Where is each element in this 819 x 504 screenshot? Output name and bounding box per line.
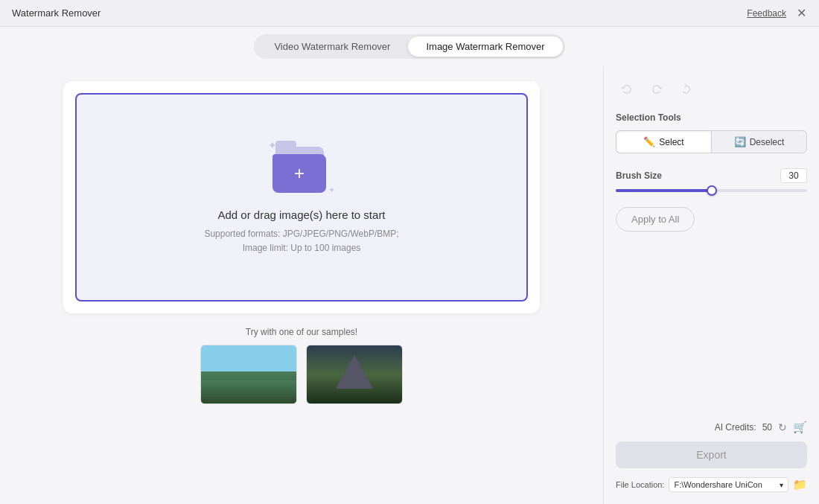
left-panel: + ✦ ✦ Add or drag image(s) here to start… [0, 66, 603, 504]
title-bar-actions: Feedback ✕ [747, 7, 807, 19]
toolbar-row [616, 78, 807, 101]
deselect-button[interactable]: 🔄 Deselect [711, 130, 807, 153]
export-button[interactable]: Export [616, 441, 807, 468]
brush-slider-thumb[interactable] [707, 185, 717, 196]
folder-front: + [273, 154, 326, 193]
samples-title: Try with one of our samples! [63, 327, 540, 337]
tab-bar: Video Watermark Remover Image Watermark … [0, 27, 819, 66]
right-panel: Selection Tools ✏️ Select 🔄 Deselect Bru… [603, 66, 819, 504]
chevron-down-icon: ▾ [780, 481, 783, 489]
brush-size-row: Brush Size 30 [616, 168, 807, 183]
ai-credits-value: 50 [762, 422, 772, 433]
selection-tools-row: ✏️ Select 🔄 Deselect [616, 130, 807, 153]
selection-tools-label: Selection Tools [616, 112, 807, 123]
app-title: Watermark Remover [12, 7, 101, 19]
close-button[interactable]: ✕ [795, 7, 807, 19]
tab-container: Video Watermark Remover Image Watermark … [254, 34, 564, 59]
drop-zone-subtitle: Supported formats: JPG/JPEG/PNG/WebP/BMP… [204, 227, 398, 255]
samples-row [63, 345, 540, 404]
main-content: + ✦ ✦ Add or drag image(s) here to start… [0, 66, 819, 504]
bottom-section: AI Credits: 50 ↻ 🛒 Export File Location:… [616, 421, 807, 492]
file-location-select[interactable]: F:\Wondershare UniCon ▾ [669, 477, 788, 492]
eraser-icon: 🔄 [734, 136, 746, 147]
ai-credits-row: AI Credits: 50 ↻ 🛒 [616, 421, 807, 434]
drop-zone[interactable]: + ✦ ✦ Add or drag image(s) here to start… [75, 93, 528, 302]
brush-size-value: 30 [780, 168, 807, 183]
brush-icon: ✏️ [643, 136, 655, 147]
samples-section: Try with one of our samples! [63, 327, 540, 404]
sample-image-1[interactable] [200, 345, 297, 404]
refresh-icon[interactable]: ↻ [778, 421, 787, 433]
file-location-path: F:\Wondershare UniCon [674, 480, 762, 489]
drop-zone-wrapper: + ✦ ✦ Add or drag image(s) here to start… [63, 81, 540, 313]
apply-to-all-button[interactable]: Apply to All [616, 207, 695, 232]
sample-image-2[interactable] [306, 345, 403, 404]
sparkle-icon-br: ✦ [328, 185, 335, 195]
folder-open-icon[interactable]: 📁 [793, 478, 807, 491]
cart-icon[interactable]: 🛒 [793, 421, 807, 434]
folder-plus-icon: + [294, 165, 305, 182]
file-location-label: File Location: [616, 480, 664, 489]
feedback-link[interactable]: Feedback [747, 8, 786, 19]
ai-credits-label: AI Credits: [715, 422, 756, 433]
tab-image[interactable]: Image Watermark Remover [408, 36, 562, 57]
redo-button[interactable] [646, 78, 668, 101]
sparkle-icon-tl: ✦ [268, 139, 277, 151]
brush-slider[interactable] [616, 189, 807, 192]
folder-icon: + ✦ ✦ [268, 139, 335, 195]
rotate-button[interactable] [675, 78, 698, 101]
select-button[interactable]: ✏️ Select [616, 130, 711, 153]
file-location-row: File Location: F:\Wondershare UniCon ▾ 📁 [616, 477, 807, 492]
tab-video[interactable]: Video Watermark Remover [256, 36, 408, 57]
undo-button[interactable] [616, 78, 638, 101]
brush-slider-wrapper[interactable] [616, 189, 807, 192]
drop-zone-title: Add or drag image(s) here to start [217, 208, 385, 221]
title-bar: Watermark Remover Feedback ✕ [0, 0, 819, 27]
brush-size-label: Brush Size [616, 170, 662, 181]
